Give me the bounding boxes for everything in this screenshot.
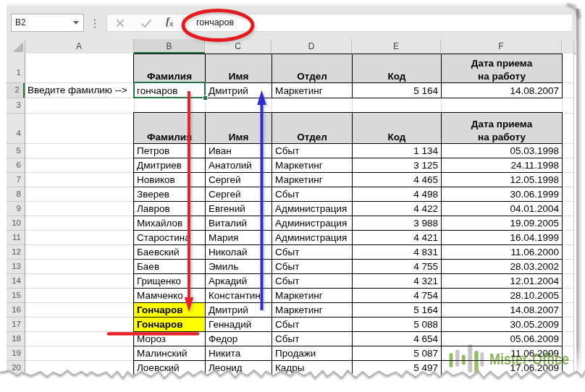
svg-text:Mister-Office: Mister-Office [489,350,569,368]
